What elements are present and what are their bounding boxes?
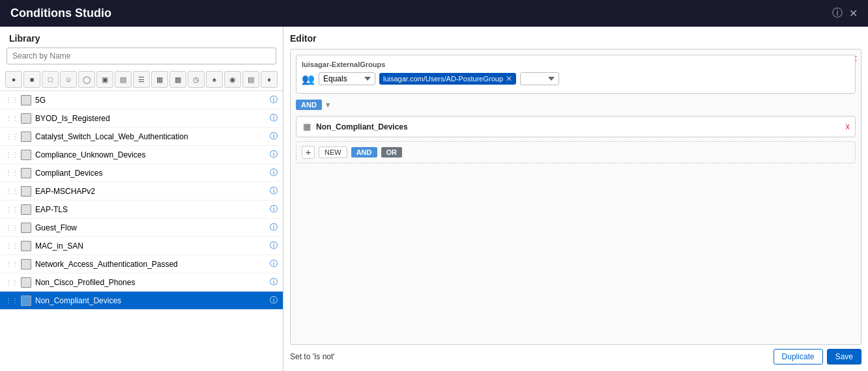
item-info-icon[interactable]: ⓘ [270, 240, 278, 251]
modal-body: Library ● ■ □ ☺ ◯ ▣ ▤ ☰ ▦ ▩ ◷ ♠ ◉ ▤ ♦ [0, 27, 868, 371]
header-icons: ⓘ ✕ [832, 7, 858, 20]
list-item[interactable]: ⋮⋮ EAP-TLS ⓘ [0, 200, 283, 219]
filter-icon-document[interactable]: ▦ [151, 71, 168, 88]
condition-block-external: luisagar-ExternalGroups 👥 Equals Not Equ… [296, 55, 856, 94]
list-item[interactable]: ⋮⋮ Network_Access_Authentication_Passed … [0, 255, 283, 273]
filter-icon-circle[interactable]: ◯ [78, 71, 95, 88]
value-dropdown[interactable] [520, 72, 559, 85]
list-item[interactable]: ⋮⋮ Non_Cisco_Profiled_Phones ⓘ [0, 273, 283, 292]
modal-header: Conditions Studio ⓘ ✕ [0, 0, 868, 27]
drag-handle: ⋮⋮ [5, 224, 18, 231]
filter-icon-monitor2[interactable]: ▤ [115, 71, 132, 88]
item-label: EAP-TLS [35, 205, 267, 214]
new-btn[interactable]: NEW [319, 146, 347, 158]
filter-icon-wifi[interactable]: ♦ [261, 71, 278, 88]
modal: Conditions Studio ⓘ ✕ Library ● ■ □ ☺ ◯ … [0, 0, 868, 371]
drag-handle: ⋮⋮ [5, 151, 18, 158]
list-item[interactable]: ⋮⋮ Compliant_Devices ⓘ [0, 164, 283, 182]
item-label: 5G [35, 96, 267, 105]
item-icon [21, 168, 31, 178]
editor-wrapper: ☓ luisagar-ExternalGroups 👥 Equals Not E… [290, 49, 861, 364]
search-input[interactable] [7, 48, 276, 64]
item-icon [21, 186, 31, 197]
item-icon [21, 113, 31, 124]
operator-select[interactable]: Equals Not Equals [319, 72, 375, 85]
nc-label: Non_Compliant_Devices [316, 122, 408, 131]
editor-panel: Editor ☓ luisagar-ExternalGroups 👥 Equal… [283, 27, 868, 371]
filter-icon-square[interactable]: □ [42, 71, 59, 88]
item-info-icon[interactable]: ⓘ [270, 149, 278, 160]
item-info-icon[interactable]: ⓘ [270, 167, 278, 178]
list-item[interactable]: ⋮⋮ MAC_in_SAN ⓘ [0, 237, 283, 255]
drag-handle: ⋮⋮ [5, 206, 18, 213]
item-icon [21, 150, 31, 160]
condition-row: 👥 Equals Not Equals luisagar.com/Users/A… [302, 72, 850, 85]
drag-handle: ⋮⋮ [5, 297, 18, 304]
filter-icon-monitor[interactable]: ▣ [96, 71, 113, 88]
filter-icon-person[interactable]: ☺ [60, 71, 77, 88]
item-info-icon[interactable]: ⓘ [270, 186, 278, 197]
item-icon [21, 259, 31, 269]
drag-handle: ⋮⋮ [5, 242, 18, 249]
item-label: Catalyst_Switch_Local_Web_Authentication [35, 132, 267, 141]
duplicate-button[interactable]: Duplicate [774, 349, 823, 364]
item-label: EAP-MSCHAPv2 [35, 187, 267, 196]
drag-handle: ⋮⋮ [5, 96, 18, 103]
editor-title: Editor [290, 33, 861, 44]
item-info-icon[interactable]: ⓘ [270, 113, 278, 124]
item-info-icon[interactable]: ⓘ [270, 94, 278, 105]
filter-icon-list[interactable]: ☰ [133, 71, 150, 88]
add-btn[interactable]: + [302, 146, 315, 159]
item-label: BYOD_Is_Registered [35, 114, 267, 123]
item-info-icon[interactable]: ⓘ [270, 222, 278, 233]
drag-handle: ⋮⋮ [5, 133, 18, 140]
filter-icon-target[interactable]: ◉ [224, 71, 241, 88]
item-icon [21, 277, 31, 288]
item-info-icon[interactable]: ⓘ [270, 258, 278, 269]
and-row: AND ▼ [296, 98, 856, 112]
drag-handle: ⋮⋮ [5, 115, 18, 122]
save-button[interactable]: Save [827, 349, 861, 364]
non-compliant-block: ▦ Non_Compliant_Devices ☓ [296, 116, 856, 137]
and-btn[interactable]: AND [351, 147, 377, 158]
item-label: Non_Compliant_Devices [35, 296, 267, 305]
add-condition-row: + NEW AND OR [296, 141, 856, 163]
library-title: Library [0, 27, 283, 48]
item-info-icon[interactable]: ⓘ [270, 131, 278, 142]
list-item[interactable]: ⋮⋮ BYOD_Is_Registered ⓘ [0, 109, 283, 128]
list-item[interactable]: ⋮⋮ EAP-MSCHAPv2 ⓘ [0, 182, 283, 200]
filter-icon-chart[interactable]: ▩ [169, 71, 186, 88]
item-label: MAC_in_SAN [35, 241, 267, 251]
help-icon[interactable]: ⓘ [832, 7, 843, 20]
list-item[interactable]: ⋮⋮ 5G ⓘ [0, 91, 283, 109]
close-icon[interactable]: ✕ [849, 7, 858, 20]
list-item-active[interactable]: ⋮⋮ Non_Compliant_Devices ⓘ [0, 292, 283, 310]
footer-buttons: Duplicate Save [774, 349, 861, 364]
filter-icon-clock[interactable]: ◷ [188, 71, 205, 88]
list-item[interactable]: ⋮⋮ Guest_Flow ⓘ [0, 219, 283, 237]
item-label: Non_Cisco_Profiled_Phones [35, 278, 267, 287]
or-btn[interactable]: OR [381, 147, 403, 158]
filter-icon-location[interactable]: ● [5, 71, 22, 88]
filter-icon-user[interactable]: ♠ [206, 71, 223, 88]
item-icon [21, 223, 31, 233]
item-icon [21, 131, 31, 142]
nc-reset-icon[interactable]: ☓ [845, 122, 850, 132]
item-info-icon[interactable]: ⓘ [270, 204, 278, 215]
item-label: Guest_Flow [35, 223, 267, 232]
item-icon [21, 95, 31, 105]
and-tag[interactable]: AND [296, 100, 322, 110]
library-panel: Library ● ■ □ ☺ ◯ ▣ ▤ ☰ ▦ ▩ ◷ ♠ ◉ ▤ ♦ [0, 27, 283, 371]
filter-icon-bar[interactable]: ▤ [242, 71, 259, 88]
editor-content: ☓ luisagar-ExternalGroups 👥 Equals Not E… [290, 49, 861, 345]
drag-handle: ⋮⋮ [5, 279, 18, 286]
and-arrow: ▼ [325, 101, 332, 109]
item-info-icon[interactable]: ⓘ [270, 295, 278, 306]
tag-close-icon[interactable]: ✕ [506, 74, 512, 83]
condition-name-label: luisagar-ExternalGroups [302, 61, 850, 68]
icon-toolbar: ● ■ □ ☺ ◯ ▣ ▤ ☰ ▦ ▩ ◷ ♠ ◉ ▤ ♦ [0, 68, 283, 91]
item-info-icon[interactable]: ⓘ [270, 277, 278, 288]
list-item[interactable]: ⋮⋮ Compliance_Unknown_Devices ⓘ [0, 146, 283, 164]
list-item[interactable]: ⋮⋮ Catalyst_Switch_Local_Web_Authenticat… [0, 128, 283, 146]
filter-icon-tag[interactable]: ■ [23, 71, 40, 88]
